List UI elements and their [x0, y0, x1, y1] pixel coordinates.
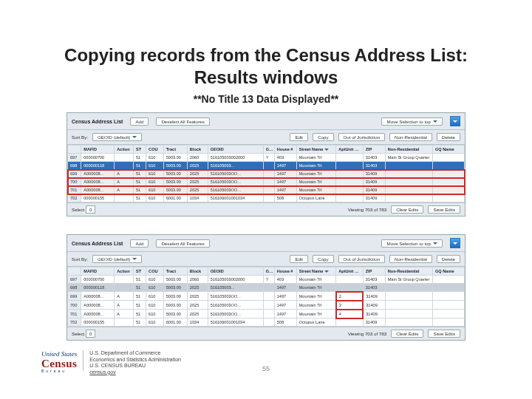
copy-button[interactable]: Copy — [313, 133, 333, 141]
table-row[interactable]: 699A000008...A516105003.002025516105003O… — [68, 170, 465, 178]
deselect-all-button[interactable]: Deselect All Features — [156, 239, 209, 248]
save-edits-button[interactable]: Save Edits — [428, 330, 460, 338]
move-to-top-button[interactable]: Move Selection to top — [381, 117, 443, 126]
col-header[interactable]: GQ — [263, 267, 274, 276]
cell-street: Mountain Trl — [296, 284, 336, 292]
col-header[interactable]: ZIP — [363, 267, 385, 276]
col-header[interactable]: GQ Name — [433, 146, 465, 154]
table-row[interactable]: 701A000008...A516105003.002025516105003O… — [68, 310, 465, 318]
cell-gq — [263, 284, 274, 292]
cell-block: 2025 — [187, 178, 208, 186]
cell-house: 1497 — [274, 310, 296, 318]
non-residential-button[interactable]: Non-Residential — [389, 255, 432, 263]
table-row[interactable]: 700A000008...A516105003.002025516105003O… — [68, 178, 465, 186]
cell-zip: 31403 — [363, 162, 385, 170]
cell-zip: 31409 — [363, 292, 385, 301]
col-header[interactable]: GQ — [263, 146, 274, 154]
col-header[interactable]: GQ Name — [433, 267, 465, 276]
col-header[interactable]: Street Name — [296, 267, 336, 276]
col-header[interactable]: Non-Residential — [385, 267, 432, 276]
select-count[interactable]: 0 — [86, 330, 95, 338]
select-count[interactable]: 0 — [86, 205, 95, 214]
col-header[interactable]: Street Name — [296, 146, 336, 154]
panel-footer: Select 0 Viewing 703 of 783 Clear Edits … — [67, 202, 465, 216]
cell-st: 51 — [133, 301, 146, 310]
cell-st: 51 — [133, 284, 146, 292]
table-row[interactable]: 697000000700516105003.002060516105003002… — [68, 154, 465, 162]
non-residential-button[interactable]: Non-Residential — [389, 133, 432, 141]
clear-edits-button[interactable]: Clear Edits — [391, 205, 423, 214]
col-header[interactable]: Action — [115, 267, 134, 276]
col-header[interactable]: MAFID — [81, 267, 115, 276]
cell-act: A — [115, 310, 134, 318]
edit-button[interactable]: Edit — [290, 133, 308, 141]
cell-gq — [263, 170, 274, 178]
col-header[interactable]: COU — [146, 146, 164, 154]
table-row[interactable]: 698000000118516105003.002025516105003...… — [68, 284, 465, 292]
out-of-jurisdiction-button[interactable]: Out of Jurisdiction — [338, 133, 386, 141]
edit-button[interactable]: Edit — [290, 255, 308, 263]
col-header[interactable]: ST — [133, 267, 146, 276]
col-header[interactable]: GEOID — [208, 267, 263, 276]
cell-tract: 5003.00 — [163, 301, 187, 310]
panel-footer: Select 0 Viewing 703 of 783 Clear Edits … — [67, 327, 465, 340]
sort-by-select[interactable]: GEOID (default) — [92, 133, 142, 141]
add-button[interactable]: Add — [130, 117, 149, 126]
col-header[interactable]: AptUnit # — [336, 267, 363, 276]
panel-menu-button[interactable] — [450, 116, 460, 126]
col-header[interactable]: House # — [274, 146, 296, 154]
cell-street: Octopus Lane — [296, 318, 336, 327]
table-row[interactable]: 699A000008...A516105003.002025516105003O… — [68, 292, 465, 301]
cell-act — [115, 318, 134, 327]
cell-st: 51 — [133, 292, 146, 301]
cell-zip: 31409 — [363, 310, 385, 318]
cell-cou: 610 — [146, 194, 164, 202]
cell-idx: 699 — [68, 292, 81, 301]
save-edits-button[interactable]: Save Edits — [428, 205, 460, 214]
col-header[interactable]: Block — [187, 267, 208, 276]
cell-mafid: A000008... — [81, 301, 115, 310]
sort-by-select[interactable]: GEOID (default) — [92, 255, 142, 263]
out-of-jurisdiction-button[interactable]: Out of Jurisdiction — [338, 255, 386, 263]
cell-mafid: A000008... — [81, 310, 115, 318]
panel-menu-button[interactable] — [450, 238, 460, 248]
cell-apt: 4 — [336, 310, 363, 318]
cell-house: 1497 — [274, 162, 296, 170]
cell-house: 1497 — [274, 186, 296, 194]
cell-cou: 610 — [146, 292, 164, 301]
table-row[interactable]: 700A000008...A516105003.002025516105003O… — [68, 301, 465, 310]
cell-gq: Y — [263, 154, 274, 162]
cell-cou: 610 — [146, 162, 164, 170]
move-to-top-button[interactable]: Move Selection to top — [381, 239, 443, 248]
table-row[interactable]: 702000000155516106001.001034516106001001… — [68, 194, 465, 202]
col-header[interactable]: COU — [146, 267, 164, 276]
cell-geoid: 516105003... — [208, 162, 263, 170]
cell-cou: 610 — [146, 186, 164, 194]
chevron-down-icon — [132, 258, 137, 260]
clear-edits-button[interactable]: Clear Edits — [391, 330, 423, 338]
add-button[interactable]: Add — [130, 239, 149, 248]
col-header[interactable]: Action — [115, 146, 134, 154]
table-row[interactable]: 698000000118516105003.002025516105003...… — [68, 162, 465, 170]
col-header[interactable]: Non-Residential — [385, 146, 432, 154]
deselect-all-button[interactable]: Deselect All Features — [156, 117, 209, 126]
col-header[interactable]: ST — [133, 146, 146, 154]
col-header[interactable]: GEOID — [208, 146, 263, 154]
cell-gqname — [433, 292, 465, 301]
table-row[interactable]: 701A000008...A516105003.002025516105003O… — [68, 186, 465, 194]
col-header[interactable]: House # — [274, 267, 296, 276]
select-label: Select — [72, 207, 84, 212]
col-header[interactable]: MAFID — [81, 146, 115, 154]
cell-apt — [336, 162, 363, 170]
col-header[interactable]: Tract — [163, 146, 187, 154]
col-header[interactable]: Tract — [163, 267, 187, 276]
delete-button[interactable]: Delete — [437, 133, 460, 141]
cell-gqname — [433, 186, 465, 194]
col-header[interactable]: AptUnit # — [336, 146, 363, 154]
table-row[interactable]: 697000000700516105003.002060516105003002… — [68, 276, 465, 284]
copy-button[interactable]: Copy — [313, 255, 333, 263]
col-header[interactable]: Block — [187, 146, 208, 154]
table-row[interactable]: 702000000155516106001.001034516106001001… — [68, 318, 465, 327]
col-header[interactable]: ZIP — [363, 146, 385, 154]
delete-button[interactable]: Delete — [437, 255, 460, 263]
